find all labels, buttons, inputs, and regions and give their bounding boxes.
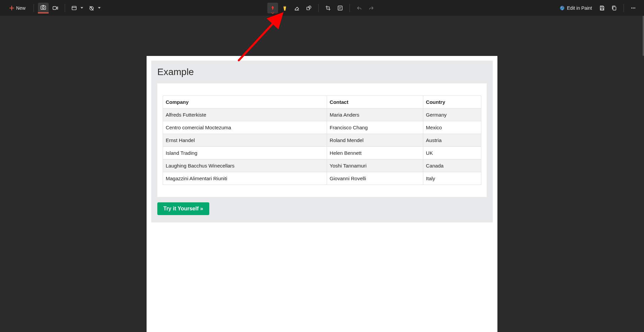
col-company: Company: [163, 96, 327, 109]
table-container: Company Contact Country Alfreds Futterki…: [157, 83, 487, 197]
palette-icon: [559, 5, 565, 11]
table-row: Ernst Handel Roland Mendel Austria: [163, 134, 481, 147]
redo-button[interactable]: [366, 3, 377, 13]
cell-contact: Yoshi Tannamuri: [327, 159, 423, 172]
table-row: Laughing Bacchus Winecellars Yoshi Tanna…: [163, 159, 481, 172]
pen-icon: [270, 5, 276, 11]
delay-dropdown[interactable]: [87, 3, 103, 13]
cell-company: Laughing Bacchus Winecellars: [163, 159, 327, 172]
separator: [350, 4, 350, 12]
col-country: Country: [423, 96, 481, 109]
cell-country: Germany: [423, 109, 481, 121]
edit-in-paint-button[interactable]: Edit in Paint: [556, 3, 595, 13]
separator: [34, 4, 34, 12]
no-delay-icon: [89, 5, 95, 11]
svg-rect-3: [72, 6, 76, 10]
undo-icon: [356, 5, 362, 11]
edit-in-paint-label: Edit in Paint: [567, 5, 592, 11]
svg-rect-21: [613, 7, 616, 10]
text-extract-icon: [337, 5, 343, 11]
ellipsis-icon: [630, 5, 636, 11]
cell-contact: Helen Bennett: [327, 147, 423, 159]
svg-point-18: [563, 8, 564, 8]
shapes-tool-button[interactable]: [304, 3, 314, 13]
table-body: Alfreds Futterkiste Maria Anders Germany…: [163, 109, 481, 185]
cell-company: Island Trading: [163, 147, 327, 159]
cell-company: Ernst Handel: [163, 134, 327, 147]
copy-button[interactable]: [609, 3, 620, 13]
copy-icon: [611, 5, 617, 11]
video-snip-button[interactable]: [50, 3, 61, 13]
red-arrow-annotation: [237, 12, 291, 62]
eraser-tool-button[interactable]: [291, 3, 302, 13]
highlighter-tool-button[interactable]: [279, 3, 290, 13]
svg-rect-20: [601, 8, 603, 10]
undo-button[interactable]: [354, 3, 365, 13]
cell-contact: Francisco Chang: [327, 121, 423, 134]
cell-country: Italy: [423, 172, 481, 185]
svg-rect-19: [601, 6, 603, 7]
cell-company: Magazzini Alimentari Riuniti: [163, 172, 327, 185]
chevron-down-icon: [271, 12, 274, 14]
new-button[interactable]: New: [5, 3, 30, 13]
window-icon: [71, 5, 77, 11]
cell-contact: Maria Anders: [327, 109, 423, 121]
cell-country: Canada: [423, 159, 481, 172]
svg-rect-8: [283, 6, 286, 7]
eraser-icon: [294, 5, 300, 11]
example-title: Example: [157, 67, 487, 77]
snip-mode-dropdown[interactable]: [69, 3, 85, 13]
separator: [624, 4, 624, 12]
svg-point-1: [42, 7, 44, 9]
svg-rect-0: [41, 6, 46, 10]
svg-point-17: [562, 6, 563, 7]
try-it-yourself-button[interactable]: Try it Yourself »: [157, 202, 209, 215]
camera-icon: [40, 4, 46, 10]
text-actions-button[interactable]: [335, 3, 345, 13]
separator: [318, 4, 319, 12]
toolbar-left-group: New: [5, 3, 103, 13]
cell-company: Alfreds Futterkiste: [163, 109, 327, 121]
separator: [65, 4, 65, 12]
captured-screenshot[interactable]: Example Company Contact Country Alfreds …: [147, 56, 497, 332]
cell-country: UK: [423, 147, 481, 159]
save-icon: [599, 5, 605, 11]
pen-tool-button[interactable]: [267, 3, 278, 13]
svg-rect-12: [338, 6, 342, 10]
toolbar-center-group: [267, 3, 377, 13]
crop-tool-button[interactable]: [323, 3, 333, 13]
cell-contact: Roland Mendel: [327, 134, 423, 147]
rectangle-snip-button[interactable]: [38, 3, 49, 13]
table-row: Magazzini Alimentari Riuniti Giovanni Ro…: [163, 172, 481, 185]
save-button[interactable]: [597, 3, 607, 13]
new-button-label: New: [16, 5, 25, 11]
table-row: Alfreds Futterkiste Maria Anders Germany: [163, 109, 481, 121]
cell-country: Mexico: [423, 121, 481, 134]
table-row: Centro comercial Moctezuma Francisco Cha…: [163, 121, 481, 134]
example-panel: Example Company Contact Country Alfreds …: [151, 61, 493, 222]
highlighter-icon: [282, 5, 288, 11]
svg-point-15: [560, 6, 565, 10]
svg-rect-10: [307, 7, 310, 10]
table-row: Island Trading Helen Bennett UK: [163, 147, 481, 159]
canvas-area: Example Company Contact Country Alfreds …: [0, 16, 644, 332]
toolbar-right-group: Edit in Paint: [556, 3, 639, 13]
shapes-icon: [306, 5, 312, 11]
svg-point-16: [561, 7, 562, 7]
scrollbar-thumb[interactable]: [643, 16, 644, 56]
video-icon: [52, 5, 58, 11]
more-button[interactable]: [628, 3, 639, 13]
example-table: Company Contact Country Alfreds Futterki…: [163, 95, 481, 185]
svg-point-24: [634, 7, 635, 8]
cell-country: Austria: [423, 134, 481, 147]
svg-rect-7: [272, 5, 273, 6]
cell-contact: Giovanni Rovelli: [327, 172, 423, 185]
cell-company: Centro comercial Moctezuma: [163, 121, 327, 134]
app-toolbar: New: [0, 0, 644, 16]
redo-icon: [368, 5, 374, 11]
svg-rect-2: [53, 6, 56, 9]
crop-icon: [325, 5, 331, 11]
svg-line-25: [239, 15, 281, 60]
col-contact: Contact: [327, 96, 423, 109]
svg-point-23: [633, 7, 634, 8]
